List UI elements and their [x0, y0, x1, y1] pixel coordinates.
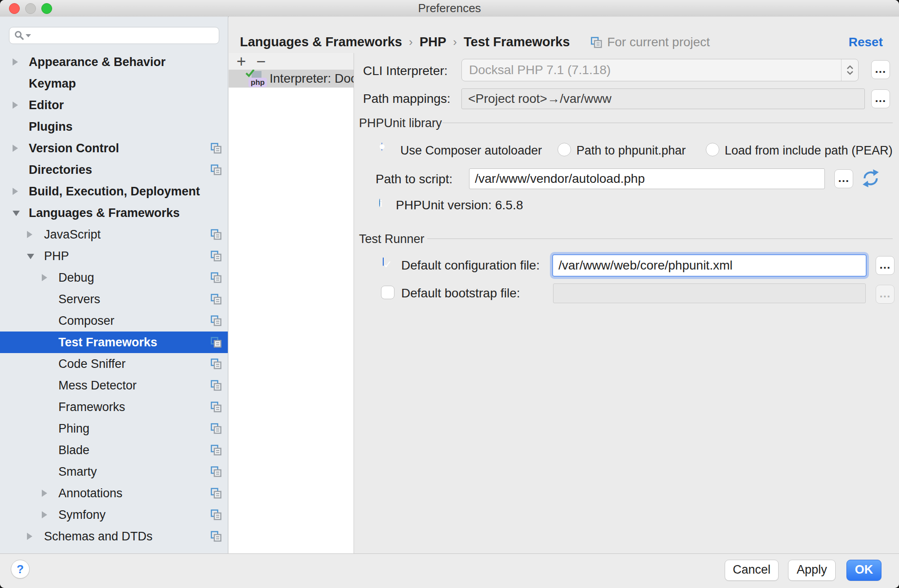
sidebar-item-label: Symfony [58, 508, 106, 522]
php-badge: php [248, 78, 267, 87]
checkmark-icon [245, 70, 255, 78]
default-bootstrap-file-checkbox[interactable] [381, 286, 394, 299]
sidebar-item-code-sniffer[interactable]: Code Sniffer [0, 353, 228, 375]
default-bootstrap-file-browse-button: … [876, 285, 895, 304]
sidebar-item-appearance-behavior[interactable]: Appearance & Behavior [0, 51, 228, 73]
cli-interpreter-select[interactable]: Docksal PHP 7.1 (7.1.18) [461, 59, 859, 81]
dialog-footer: ? Cancel Apply OK [0, 553, 899, 588]
sidebar-item-javascript[interactable]: JavaScript [0, 224, 228, 245]
path-to-script-browse-button[interactable]: … [834, 169, 853, 188]
ok-button[interactable]: OK [846, 560, 881, 581]
per-project-settings-icon [590, 36, 602, 49]
per-project-settings-icon [210, 142, 222, 154]
breadcrumb-languages-frameworks[interactable]: Languages & Frameworks [240, 35, 402, 49]
sidebar-item-editor[interactable]: Editor [0, 94, 228, 116]
radio-label-phar[interactable]: Path to phpunit.phar [576, 143, 686, 158]
search-input[interactable] [34, 29, 214, 42]
breadcrumb-php[interactable]: PHP [420, 35, 447, 49]
sidebar-item-build-execution-deployment[interactable]: Build, Execution, Deployment [0, 181, 228, 202]
path-to-script-input[interactable] [469, 168, 825, 189]
help-button[interactable]: ? [11, 560, 30, 579]
sidebar-item-label: Servers [58, 292, 100, 306]
sidebar-item-label: Smarty [58, 465, 97, 479]
sidebar-item-version-control[interactable]: Version Control [0, 137, 228, 159]
chevron-right-icon[interactable] [13, 102, 18, 109]
sidebar-item-directories[interactable]: Directories [0, 159, 228, 181]
reload-phpunit-version-icon[interactable] [861, 169, 880, 188]
sidebar-item-servers[interactable]: Servers [0, 288, 228, 310]
per-project-settings-icon [210, 336, 222, 348]
sidebar-item-label: Editor [29, 98, 64, 112]
radio-path-to-phpunit-phar[interactable] [558, 143, 571, 156]
per-project-settings-icon [210, 250, 222, 262]
cli-interpreter-browse-button[interactable]: … [871, 60, 890, 79]
sidebar-item-mess-detector[interactable]: Mess Detector [0, 375, 228, 396]
default-bootstrap-file-label[interactable]: Default bootstrap file: [401, 286, 520, 301]
test-frameworks-settings: CLI Interpreter: Docksal PHP 7.1 (7.1.18… [354, 53, 899, 553]
section-divider [427, 239, 893, 239]
chevron-down-icon[interactable] [13, 211, 20, 216]
search-options-chevron-icon[interactable] [26, 34, 31, 37]
default-configuration-file-checkbox[interactable] [383, 257, 384, 266]
cancel-button[interactable]: Cancel [725, 560, 779, 581]
path-mappings-field[interactable]: <Project root>→/var/www [461, 88, 865, 109]
reset-link[interactable]: Reset [849, 35, 883, 49]
breadcrumb-separator: › [446, 35, 464, 49]
sidebar-item-php[interactable]: PHP [0, 245, 228, 267]
settings-search-field[interactable] [9, 27, 219, 44]
sidebar-item-blade[interactable]: Blade [0, 439, 228, 461]
stepper-arrows-icon[interactable] [841, 59, 858, 81]
sidebar-item-frameworks[interactable]: Frameworks [0, 396, 228, 418]
chevron-down-icon[interactable] [27, 254, 34, 259]
chevron-right-icon[interactable] [13, 58, 18, 66]
settings-tree: Appearance & Behavior Keymap Editor Plug… [0, 51, 228, 547]
sidebar-item-symfony[interactable]: Symfony [0, 504, 228, 526]
remove-interpreter-button[interactable]: − [251, 54, 271, 69]
sidebar-item-label: Keymap [29, 77, 76, 91]
per-project-settings-icon [210, 466, 222, 477]
sidebar-item-label: Appearance & Behavior [29, 55, 166, 69]
sidebar-item-plugins[interactable]: Plugins [0, 116, 228, 137]
sidebar-item-label: Directories [29, 163, 92, 177]
sidebar-item-annotations[interactable]: Annotations [0, 482, 228, 504]
radio-label-pear[interactable]: Load from include path (PEAR) [725, 143, 893, 158]
sidebar-item-label: Version Control [29, 141, 119, 155]
interpreter-list-item[interactable]: php Interpreter: Dock [229, 70, 354, 88]
chevron-right-icon[interactable] [42, 490, 47, 497]
default-configuration-file-label[interactable]: Default configuration file: [401, 258, 540, 273]
title-bar: Preferences [0, 0, 899, 17]
default-configuration-file-input[interactable] [552, 254, 867, 277]
sidebar-item-label: Composer [58, 314, 115, 328]
sidebar-item-test-frameworks[interactable]: Test Frameworks [0, 332, 228, 353]
cli-interpreter-label: CLI Interpreter: [363, 64, 447, 78]
per-project-settings-icon [210, 531, 222, 542]
radio-label-composer[interactable]: Use Composer autoloader [400, 143, 542, 158]
apply-button[interactable]: Apply [788, 560, 836, 581]
sidebar-item-debug[interactable]: Debug [0, 267, 228, 288]
sidebar-item-composer[interactable]: Composer [0, 310, 228, 332]
path-to-script-label: Path to script: [376, 172, 452, 186]
radio-load-from-include-path[interactable] [706, 143, 719, 156]
sidebar-item-label: PHP [44, 249, 69, 263]
chevron-right-icon[interactable] [27, 533, 32, 540]
sidebar-item-languages-frameworks[interactable]: Languages & Frameworks [0, 202, 228, 224]
chevron-right-icon[interactable] [13, 145, 18, 152]
sidebar-item-label: Frameworks [58, 400, 125, 414]
sidebar-item-schemas-and-dtds[interactable]: Schemas and DTDs [0, 526, 228, 547]
per-project-settings-icon [210, 358, 222, 370]
sidebar-item-smarty[interactable]: Smarty [0, 461, 228, 482]
radio-use-composer-autoloader[interactable] [381, 142, 382, 151]
breadcrumb-test-frameworks[interactable]: Test Frameworks [464, 35, 570, 49]
chevron-right-icon[interactable] [42, 511, 47, 518]
chevron-right-icon[interactable] [42, 274, 47, 281]
sidebar-item-label: Test Frameworks [58, 336, 157, 349]
sidebar-item-keymap[interactable]: Keymap [0, 73, 228, 94]
chevron-right-icon[interactable] [27, 231, 32, 238]
sidebar-item-label: Annotations [58, 486, 123, 500]
default-configuration-file-browse-button[interactable]: … [876, 256, 895, 275]
per-project-settings-icon [210, 487, 222, 499]
add-interpreter-button[interactable]: + [231, 54, 251, 69]
chevron-right-icon[interactable] [13, 188, 18, 195]
sidebar-item-phing[interactable]: Phing [0, 418, 228, 439]
path-mappings-browse-button[interactable]: … [871, 89, 890, 108]
